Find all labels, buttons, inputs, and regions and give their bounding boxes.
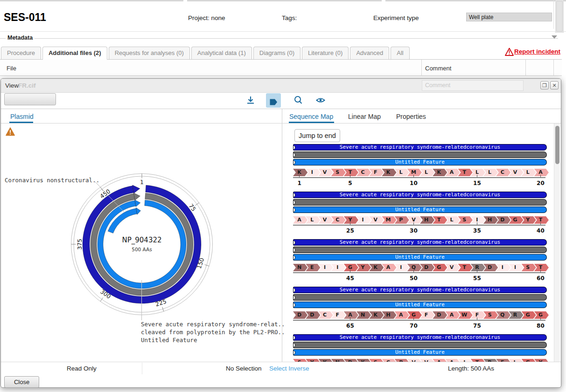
residue-47[interactable]: K: [369, 264, 384, 271]
residue-78[interactable]: R: [509, 311, 523, 319]
tab-literature-0[interactable]: Literature (0): [302, 47, 349, 59]
feature-bar-untitled[interactable]: Untitled Feature: [293, 206, 547, 213]
feature-bar-cleaved[interactable]: [293, 199, 547, 206]
page-scrollbar-thumb[interactable]: [556, 1, 563, 32]
feature-tag-icon[interactable]: [268, 97, 279, 107]
residue-40[interactable]: T: [534, 216, 549, 224]
residue-31[interactable]: H: [420, 216, 434, 224]
residue-63[interactable]: C: [318, 311, 333, 319]
page-scrollbar[interactable]: [555, 0, 564, 33]
sequence-scrollbar[interactable]: [554, 124, 560, 362]
residue-64[interactable]: F: [331, 311, 346, 319]
feature-bar-coronavirus[interactable]: Severe acute respiratory syndrome-relate…: [293, 334, 547, 341]
report-incident-link[interactable]: Report incident: [514, 48, 560, 55]
residue-60[interactable]: T: [534, 264, 549, 271]
residue-3[interactable]: V: [318, 169, 333, 176]
residue-67[interactable]: K: [369, 311, 384, 319]
residue-77[interactable]: Q: [496, 311, 510, 319]
residue-79[interactable]: G: [522, 311, 536, 319]
residue-14[interactable]: T: [458, 169, 473, 176]
residue-50[interactable]: Q: [407, 264, 422, 271]
residue-56[interactable]: D: [483, 264, 498, 271]
residue-54[interactable]: T: [458, 264, 473, 271]
residue-69[interactable]: A: [395, 311, 409, 319]
tab-advanced[interactable]: Advanced: [350, 47, 389, 59]
tab-linear-map[interactable]: Linear Map: [348, 113, 381, 120]
residue-11[interactable]: L: [420, 169, 434, 176]
residue-39[interactable]: Y: [522, 216, 536, 224]
residue-59[interactable]: S: [522, 264, 536, 271]
residue-80[interactable]: G: [534, 311, 549, 319]
residue-43[interactable]: I: [318, 264, 333, 271]
residue-68[interactable]: H: [382, 311, 396, 319]
residue-76[interactable]: S: [483, 311, 498, 319]
residue-18[interactable]: V: [509, 169, 523, 176]
residue-30[interactable]: V: [407, 216, 422, 224]
feature-bar-coronavirus[interactable]: Severe acute respiratory syndrome-relate…: [293, 144, 547, 151]
residue-71[interactable]: F: [420, 311, 434, 319]
residue-73[interactable]: A: [445, 311, 460, 319]
residue-2[interactable]: I: [306, 169, 320, 176]
residue-13[interactable]: A: [445, 169, 460, 176]
residue-42[interactable]: E: [306, 264, 320, 271]
download-icon[interactable]: [245, 95, 256, 105]
close-button[interactable]: Close: [4, 376, 39, 388]
report-incident-icon[interactable]: [505, 48, 514, 56]
residue-17[interactable]: C: [496, 169, 510, 176]
residue-58[interactable]: I: [509, 264, 523, 271]
residue-35[interactable]: I: [471, 216, 485, 224]
tab-diagrams-0[interactable]: Diagrams (0): [253, 47, 300, 59]
residue-16[interactable]: L: [483, 169, 498, 176]
residue-34[interactable]: S: [458, 216, 473, 224]
residue-33[interactable]: L: [445, 216, 460, 224]
residue-48[interactable]: A: [382, 264, 396, 271]
close-icon[interactable]: ✕: [550, 81, 559, 89]
residue-66[interactable]: N: [356, 311, 371, 319]
residue-45[interactable]: G: [344, 264, 358, 271]
feature-bar-untitled[interactable]: Untitled Feature: [293, 254, 547, 261]
toolbar-blank-button[interactable]: [4, 93, 56, 105]
residue-36[interactable]: H: [483, 216, 498, 224]
residue-70[interactable]: G: [407, 311, 422, 319]
residue-32[interactable]: T: [433, 216, 447, 224]
dialog-title-bar[interactable]: View FR.cif Comment ❐ ✕: [1, 79, 561, 93]
feature-bar-coronavirus[interactable]: Severe acute respiratory syndrome-relate…: [293, 192, 547, 198]
residue-72[interactable]: D: [433, 311, 447, 319]
residue-37[interactable]: D: [496, 216, 510, 224]
residue-5[interactable]: T: [344, 169, 358, 176]
residue-26[interactable]: I: [356, 216, 371, 224]
residue-51[interactable]: D: [420, 264, 434, 271]
residue-1[interactable]: K: [293, 169, 307, 176]
tab-plasmid[interactable]: Plasmid: [10, 113, 34, 120]
residue-49[interactable]: I: [395, 264, 409, 271]
residue-8[interactable]: K: [382, 169, 396, 176]
residue-28[interactable]: M: [382, 216, 396, 224]
residue-57[interactable]: I: [496, 264, 510, 271]
residue-44[interactable]: I: [331, 264, 346, 271]
residue-27[interactable]: V: [369, 216, 384, 224]
tab-analytical-data-1[interactable]: Analytical data (1): [191, 47, 252, 59]
residue-9[interactable]: L: [395, 169, 409, 176]
residue-65[interactable]: A: [344, 311, 358, 319]
feature-bar-coronavirus[interactable]: Severe acute respiratory syndrome-relate…: [293, 239, 547, 246]
search-icon[interactable]: [293, 95, 303, 105]
residue-52[interactable]: G: [433, 264, 447, 271]
jump-to-end-button[interactable]: Jump to end: [294, 129, 340, 142]
feature-bar-coronavirus[interactable]: Severe acute respiratory syndrome-relate…: [293, 287, 547, 293]
residue-12[interactable]: K: [433, 169, 447, 176]
residue-4[interactable]: S: [331, 169, 346, 176]
feature-bar-cleaved[interactable]: [293, 294, 547, 301]
tab-properties[interactable]: Properties: [396, 113, 426, 120]
residue-20[interactable]: A: [534, 169, 549, 176]
eye-icon[interactable]: [315, 95, 326, 105]
residue-19[interactable]: L: [522, 169, 536, 176]
residue-55[interactable]: R: [471, 264, 485, 271]
residue-29[interactable]: P: [395, 216, 409, 224]
residue-22[interactable]: L: [306, 216, 320, 224]
scrollbar-thumb[interactable]: [555, 126, 559, 164]
residue-75[interactable]: F: [471, 311, 485, 319]
residue-61[interactable]: D: [293, 311, 307, 319]
feature-bar-untitled[interactable]: Untitled Feature: [293, 159, 547, 165]
residue-25[interactable]: Y: [344, 216, 358, 224]
feature-bar-untitled[interactable]: Untitled Feature: [293, 302, 547, 308]
